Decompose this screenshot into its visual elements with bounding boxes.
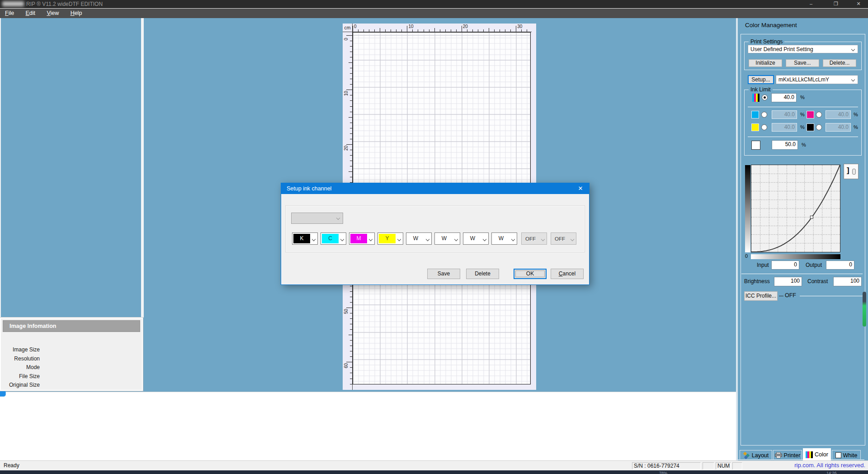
percent-label: % bbox=[854, 124, 858, 130]
title-bar: RIP ® V11.2 wideDTF EDITION – ❐ ✕ bbox=[0, 0, 868, 8]
ok-button[interactable]: OK bbox=[514, 269, 547, 279]
printer-icon bbox=[775, 452, 782, 458]
chevron-down-icon bbox=[454, 237, 458, 241]
magenta-radio[interactable] bbox=[816, 112, 822, 118]
print-setting-combo[interactable]: User Defined Print Setting bbox=[748, 45, 858, 53]
save-setting-button[interactable]: Save... bbox=[786, 59, 819, 67]
ink-channel-combo-7[interactable]: W bbox=[463, 232, 489, 245]
input-field[interactable]: 0 bbox=[771, 261, 799, 270]
ruler-tick bbox=[500, 29, 500, 32]
initialize-button[interactable]: Initialize bbox=[749, 59, 782, 67]
ruler-tick bbox=[434, 28, 435, 32]
ruler-number: 0 bbox=[344, 36, 349, 43]
layout-icon bbox=[743, 452, 750, 459]
ink-channel-combo-8[interactable]: W bbox=[491, 232, 517, 245]
minimize-button[interactable]: – bbox=[802, 0, 820, 8]
all-channels-radio[interactable] bbox=[762, 95, 768, 100]
ruler-tick bbox=[350, 329, 352, 330]
yellow-radio[interactable] bbox=[761, 124, 767, 130]
black-radio[interactable] bbox=[816, 124, 822, 130]
percent-label: % bbox=[800, 112, 805, 117]
ruler-tick bbox=[350, 166, 352, 166]
contrast-field[interactable]: 100 bbox=[833, 277, 862, 286]
ruler-number: 20 bbox=[344, 145, 349, 151]
cyan-radio[interactable] bbox=[761, 112, 767, 118]
dialog-title[interactable]: Setup ink channel bbox=[281, 183, 589, 194]
close-button[interactable]: ✕ bbox=[849, 0, 868, 8]
color-management-panel: Color Management Print Settings User Def… bbox=[738, 18, 868, 460]
ruler-tick bbox=[358, 29, 359, 32]
panel-scrollbar-thumb[interactable] bbox=[863, 292, 866, 327]
ruler-tick bbox=[478, 29, 478, 32]
tab-color[interactable]: Color bbox=[803, 448, 831, 460]
save-button[interactable]: Save bbox=[427, 269, 460, 279]
black-swatch bbox=[807, 123, 814, 131]
contrast-label: Contrast bbox=[807, 278, 828, 284]
ink-channel-combo-4[interactable]: Y bbox=[377, 232, 403, 245]
curve-origin-label: 0 bbox=[745, 253, 748, 259]
icc-profile-button[interactable]: ICC Profile... bbox=[744, 291, 778, 301]
ruler-number: 50 bbox=[344, 308, 349, 315]
image-information-panel: Image Infomation Image Size Resolution M… bbox=[0, 318, 143, 391]
panel-splitter[interactable] bbox=[141, 18, 144, 318]
tab-printer[interactable]: Printer bbox=[773, 450, 802, 460]
ruler-tick bbox=[350, 373, 352, 373]
ink-channel-combo-6[interactable]: W bbox=[434, 232, 460, 245]
vertical-gradient-strip bbox=[745, 165, 750, 252]
yellow-limit-field: 40.0 bbox=[772, 123, 797, 132]
menu-view[interactable]: View bbox=[42, 9, 64, 18]
output-field[interactable]: 0 bbox=[826, 261, 854, 270]
ink-channel-combo-3[interactable]: M bbox=[349, 232, 375, 245]
setup-ink-channel-button[interactable]: Setup... bbox=[748, 75, 774, 84]
brightness-field[interactable]: 100 bbox=[774, 277, 802, 286]
menu-help[interactable]: Help bbox=[66, 9, 87, 18]
print-settings-label: Print Settings bbox=[749, 39, 784, 45]
tab-layout[interactable]: Layout bbox=[740, 450, 772, 460]
ruler-tick bbox=[505, 29, 505, 32]
ruler-tick bbox=[350, 41, 352, 41]
tone-curve-graph[interactable] bbox=[751, 165, 840, 252]
channel-preset-combo[interactable] bbox=[291, 213, 343, 224]
ruler-tick bbox=[494, 29, 495, 32]
ruler-number: 10 bbox=[408, 24, 413, 29]
ruler-tick bbox=[350, 95, 352, 95]
ruler-tick bbox=[472, 29, 473, 32]
ink-channel-order-combo[interactable]: mKxLkLLkCMLcLmY bbox=[776, 75, 858, 84]
ink-channel-combo-1[interactable]: K bbox=[292, 232, 318, 245]
delete-button[interactable]: Delete bbox=[466, 269, 499, 279]
taskbar-fragment: 78% bbox=[659, 471, 667, 474]
chevron-down-icon bbox=[483, 237, 486, 241]
ink-channel-combo-2[interactable]: C bbox=[321, 232, 346, 245]
output-label: Output bbox=[806, 262, 822, 268]
cyan-limit-field: 40.0 bbox=[772, 110, 797, 119]
menu-edit[interactable]: Edit bbox=[21, 9, 41, 18]
separator bbox=[748, 137, 858, 137]
ruler-tick bbox=[385, 29, 386, 32]
horizontal-gradient-strip bbox=[751, 254, 840, 259]
cancel-button[interactable]: Cancel bbox=[551, 269, 584, 279]
image-information-title: Image Infomation bbox=[3, 320, 140, 332]
white-limit-field[interactable]: 50.0 bbox=[772, 140, 798, 150]
all-ink-limit-field[interactable]: 40.0 bbox=[771, 93, 797, 102]
ruler-tick bbox=[350, 340, 352, 341]
tab-white[interactable]: White bbox=[832, 450, 861, 460]
white-icon bbox=[835, 452, 841, 458]
ink-channel-combo-5[interactable]: W bbox=[406, 232, 432, 245]
ruler-tick bbox=[349, 335, 352, 335]
dialog-close-icon[interactable]: ✕ bbox=[572, 183, 589, 194]
delete-setting-button[interactable]: Delete... bbox=[823, 59, 856, 67]
ruler-tick bbox=[489, 28, 489, 32]
menu-file[interactable]: File bbox=[0, 9, 19, 18]
ink-channel-combo-9[interactable]: OFF bbox=[521, 232, 547, 245]
status-bar: Ready S/N : 0616-779274 NUM rip.com. All… bbox=[0, 460, 868, 470]
ink-channel-combo-10[interactable]: OFF bbox=[551, 232, 576, 245]
field-mode: Mode bbox=[1, 363, 40, 372]
brightness-label: Brightness bbox=[744, 278, 770, 284]
chevron-down-icon bbox=[397, 237, 401, 241]
restore-button[interactable]: ❐ bbox=[827, 0, 845, 8]
ruler-tick bbox=[424, 29, 424, 32]
cmyk-all-channels-icon bbox=[752, 94, 760, 102]
curve-channel-button[interactable]: ] bbox=[844, 164, 859, 179]
chevron-down-icon bbox=[541, 237, 545, 241]
percent-label: % bbox=[800, 95, 805, 100]
